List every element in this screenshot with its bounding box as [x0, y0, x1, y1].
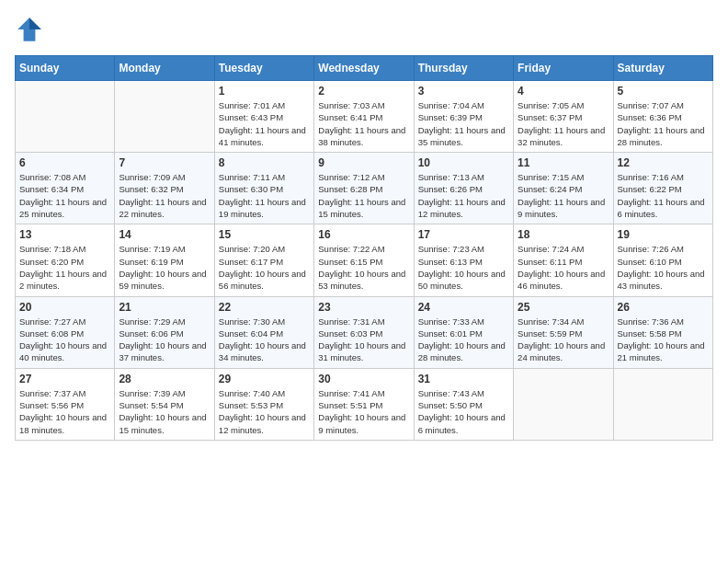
calendar-cell: 12Sunrise: 7:16 AM Sunset: 6:22 PM Dayli…: [613, 153, 712, 224]
day-info: Sunrise: 7:26 AM Sunset: 6:10 PM Dayligh…: [618, 243, 709, 292]
calendar-week-2: 6Sunrise: 7:08 AM Sunset: 6:34 PM Daylig…: [16, 153, 713, 224]
calendar-cell: 11Sunrise: 7:15 AM Sunset: 6:24 PM Dayli…: [514, 153, 613, 224]
calendar-week-1: 1Sunrise: 7:01 AM Sunset: 6:43 PM Daylig…: [16, 81, 713, 153]
calendar-cell: 20Sunrise: 7:27 AM Sunset: 6:08 PM Dayli…: [16, 296, 115, 368]
day-number: 3: [418, 85, 509, 98]
day-number: 2: [318, 85, 409, 98]
calendar-cell: 13Sunrise: 7:18 AM Sunset: 6:20 PM Dayli…: [16, 224, 115, 296]
calendar-cell: 18Sunrise: 7:24 AM Sunset: 6:11 PM Dayli…: [514, 224, 613, 296]
weekday-thursday: Thursday: [414, 56, 513, 81]
day-number: 17: [418, 228, 509, 241]
calendar-cell: 19Sunrise: 7:26 AM Sunset: 6:10 PM Dayli…: [613, 224, 712, 296]
day-info: Sunrise: 7:12 AM Sunset: 6:28 PM Dayligh…: [318, 171, 409, 220]
day-info: Sunrise: 7:20 AM Sunset: 6:17 PM Dayligh…: [219, 243, 310, 292]
calendar-cell: 25Sunrise: 7:34 AM Sunset: 5:59 PM Dayli…: [514, 296, 613, 368]
day-number: 24: [418, 301, 509, 314]
day-info: Sunrise: 7:08 AM Sunset: 6:34 PM Dayligh…: [19, 171, 110, 220]
day-info: Sunrise: 7:16 AM Sunset: 6:22 PM Dayligh…: [618, 171, 709, 220]
day-number: 9: [318, 156, 409, 169]
calendar-cell: 4Sunrise: 7:05 AM Sunset: 6:37 PM Daylig…: [514, 81, 613, 153]
day-info: Sunrise: 7:39 AM Sunset: 5:54 PM Dayligh…: [119, 387, 210, 436]
day-number: 21: [119, 301, 210, 314]
day-number: 28: [119, 373, 210, 385]
calendar-week-4: 20Sunrise: 7:27 AM Sunset: 6:08 PM Dayli…: [16, 296, 713, 368]
calendar-cell: 28Sunrise: 7:39 AM Sunset: 5:54 PM Dayli…: [115, 368, 214, 440]
calendar-cell: 2Sunrise: 7:03 AM Sunset: 6:41 PM Daylig…: [314, 81, 414, 153]
day-info: Sunrise: 7:05 AM Sunset: 6:37 PM Dayligh…: [518, 99, 609, 148]
weekday-sunday: Sunday: [16, 56, 115, 81]
page-header: [15, 15, 713, 44]
calendar-cell: 1Sunrise: 7:01 AM Sunset: 6:43 PM Daylig…: [214, 81, 313, 153]
day-info: Sunrise: 7:43 AM Sunset: 5:50 PM Dayligh…: [418, 387, 509, 436]
day-number: 14: [119, 228, 210, 241]
calendar-cell: 22Sunrise: 7:30 AM Sunset: 6:04 PM Dayli…: [214, 296, 313, 368]
calendar-cell: 9Sunrise: 7:12 AM Sunset: 6:28 PM Daylig…: [314, 153, 414, 224]
calendar-cell: 17Sunrise: 7:23 AM Sunset: 6:13 PM Dayli…: [414, 224, 513, 296]
day-number: 30: [318, 373, 409, 385]
calendar-week-3: 13Sunrise: 7:18 AM Sunset: 6:20 PM Dayli…: [16, 224, 713, 296]
calendar-cell: 3Sunrise: 7:04 AM Sunset: 6:39 PM Daylig…: [414, 81, 513, 153]
day-number: 6: [19, 156, 110, 169]
day-info: Sunrise: 7:37 AM Sunset: 5:56 PM Dayligh…: [19, 387, 110, 436]
day-info: Sunrise: 7:15 AM Sunset: 6:24 PM Dayligh…: [518, 171, 609, 220]
logo: [15, 15, 48, 44]
calendar-cell: 14Sunrise: 7:19 AM Sunset: 6:19 PM Dayli…: [115, 224, 214, 296]
weekday-monday: Monday: [115, 56, 214, 81]
calendar-cell: 8Sunrise: 7:11 AM Sunset: 6:30 PM Daylig…: [214, 153, 313, 224]
calendar-body: 1Sunrise: 7:01 AM Sunset: 6:43 PM Daylig…: [16, 81, 713, 441]
day-number: 20: [19, 301, 110, 314]
logo-icon: [15, 15, 44, 44]
calendar-cell: 23Sunrise: 7:31 AM Sunset: 6:03 PM Dayli…: [314, 296, 414, 368]
day-info: Sunrise: 7:22 AM Sunset: 6:15 PM Dayligh…: [318, 243, 409, 292]
day-number: 23: [318, 301, 409, 314]
weekday-wednesday: Wednesday: [314, 56, 414, 81]
day-number: 18: [518, 228, 609, 241]
day-number: 15: [219, 228, 310, 241]
calendar-cell: [16, 81, 115, 153]
calendar-cell: 31Sunrise: 7:43 AM Sunset: 5:50 PM Dayli…: [414, 368, 513, 440]
day-info: Sunrise: 7:13 AM Sunset: 6:26 PM Dayligh…: [418, 171, 509, 220]
day-number: 25: [518, 301, 609, 314]
day-info: Sunrise: 7:09 AM Sunset: 6:32 PM Dayligh…: [119, 171, 210, 220]
day-number: 16: [318, 228, 409, 241]
day-number: 8: [219, 156, 310, 169]
calendar-cell: 29Sunrise: 7:40 AM Sunset: 5:53 PM Dayli…: [214, 368, 313, 440]
day-info: Sunrise: 7:04 AM Sunset: 6:39 PM Dayligh…: [418, 99, 509, 148]
calendar-table: SundayMondayTuesdayWednesdayThursdayFrid…: [15, 55, 713, 441]
calendar-cell: 16Sunrise: 7:22 AM Sunset: 6:15 PM Dayli…: [314, 224, 414, 296]
svg-marker-1: [29, 17, 41, 29]
calendar-cell: 27Sunrise: 7:37 AM Sunset: 5:56 PM Dayli…: [16, 368, 115, 440]
day-info: Sunrise: 7:01 AM Sunset: 6:43 PM Dayligh…: [219, 99, 310, 148]
calendar-cell: 30Sunrise: 7:41 AM Sunset: 5:51 PM Dayli…: [314, 368, 414, 440]
day-info: Sunrise: 7:34 AM Sunset: 5:59 PM Dayligh…: [518, 316, 609, 364]
day-info: Sunrise: 7:29 AM Sunset: 6:06 PM Dayligh…: [119, 316, 210, 364]
day-info: Sunrise: 7:24 AM Sunset: 6:11 PM Dayligh…: [518, 243, 609, 292]
weekday-saturday: Saturday: [613, 56, 712, 81]
calendar-cell: [115, 81, 214, 153]
day-info: Sunrise: 7:36 AM Sunset: 5:58 PM Dayligh…: [618, 316, 709, 364]
weekday-tuesday: Tuesday: [214, 56, 313, 81]
calendar-week-5: 27Sunrise: 7:37 AM Sunset: 5:56 PM Dayli…: [16, 368, 713, 440]
day-number: 7: [119, 156, 210, 169]
calendar-cell: 26Sunrise: 7:36 AM Sunset: 5:58 PM Dayli…: [613, 296, 712, 368]
calendar-cell: 6Sunrise: 7:08 AM Sunset: 6:34 PM Daylig…: [16, 153, 115, 224]
day-info: Sunrise: 7:27 AM Sunset: 6:08 PM Dayligh…: [19, 316, 110, 364]
weekday-friday: Friday: [514, 56, 613, 81]
day-info: Sunrise: 7:33 AM Sunset: 6:01 PM Dayligh…: [418, 316, 509, 364]
day-info: Sunrise: 7:11 AM Sunset: 6:30 PM Dayligh…: [219, 171, 310, 220]
day-info: Sunrise: 7:40 AM Sunset: 5:53 PM Dayligh…: [219, 387, 310, 436]
day-number: 1: [219, 85, 310, 98]
day-number: 26: [618, 301, 709, 314]
day-info: Sunrise: 7:07 AM Sunset: 6:36 PM Dayligh…: [618, 99, 709, 148]
day-number: 31: [418, 373, 509, 385]
day-number: 22: [219, 301, 310, 314]
calendar-cell: 7Sunrise: 7:09 AM Sunset: 6:32 PM Daylig…: [115, 153, 214, 224]
day-number: 11: [518, 156, 609, 169]
calendar-cell: 24Sunrise: 7:33 AM Sunset: 6:01 PM Dayli…: [414, 296, 513, 368]
day-number: 5: [618, 85, 709, 98]
calendar-cell: 15Sunrise: 7:20 AM Sunset: 6:17 PM Dayli…: [214, 224, 313, 296]
calendar-cell: 5Sunrise: 7:07 AM Sunset: 6:36 PM Daylig…: [613, 81, 712, 153]
day-number: 19: [618, 228, 709, 241]
day-info: Sunrise: 7:18 AM Sunset: 6:20 PM Dayligh…: [19, 243, 110, 292]
calendar-cell: 21Sunrise: 7:29 AM Sunset: 6:06 PM Dayli…: [115, 296, 214, 368]
